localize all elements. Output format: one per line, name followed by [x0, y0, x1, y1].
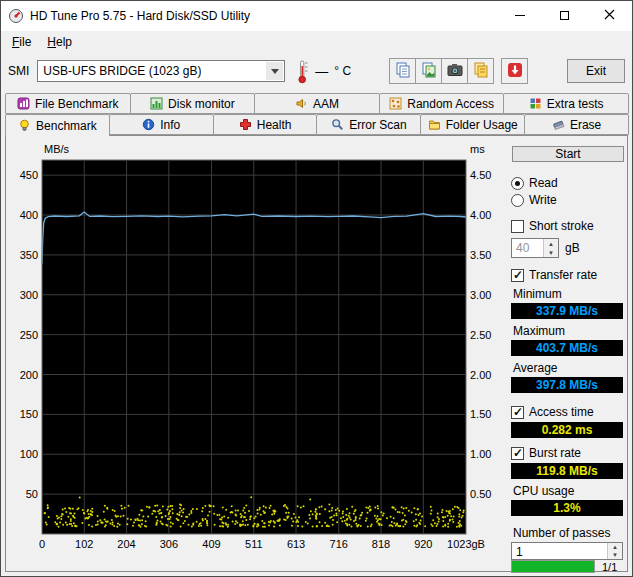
- svg-text:100: 100: [20, 448, 38, 460]
- tab-benchmark[interactable]: Benchmark: [5, 114, 110, 136]
- access-time-checkbox[interactable]: Access time: [511, 405, 628, 419]
- tab-aam[interactable]: AAM: [254, 93, 380, 114]
- tab-disk-monitor[interactable]: Disk monitor: [130, 93, 256, 114]
- health-icon: [239, 118, 252, 131]
- tab-label: Benchmark: [36, 119, 97, 133]
- toolbar: SMI USB-UFS BRIDGE (1023 gB) — ° C Exit: [1, 52, 632, 90]
- cpu-usage-label: CPU usage: [513, 484, 628, 498]
- tab-row-2: BenchmarkInfoHealthError ScanFolder Usag…: [5, 114, 628, 135]
- passes-value: 1: [512, 543, 607, 559]
- svg-text:3.50: 3.50: [470, 249, 491, 261]
- progress-fill: [512, 561, 594, 572]
- red-down-arrow-icon: [506, 61, 524, 82]
- close-button[interactable]: [587, 1, 632, 30]
- short-stroke-size-value: 40: [512, 239, 543, 257]
- tab-folder-usage[interactable]: Folder Usage: [420, 114, 525, 135]
- svg-text:204: 204: [117, 538, 135, 550]
- svg-text:409: 409: [202, 538, 220, 550]
- svg-text:400: 400: [20, 209, 38, 221]
- extra-tests-icon: [529, 97, 542, 110]
- thermometer-icon: [295, 59, 309, 84]
- spin-down-icon[interactable]: [608, 551, 622, 559]
- svg-text:102: 102: [75, 538, 93, 550]
- close-icon: [604, 9, 615, 23]
- transfer-rate-checkbox[interactable]: Transfer rate: [511, 268, 628, 282]
- progress-label: 1/1: [602, 561, 617, 573]
- spin-up-icon[interactable]: [544, 239, 558, 248]
- camera-icon: [446, 61, 464, 82]
- maximize-button[interactable]: [542, 1, 587, 30]
- svg-text:MB/s: MB/s: [44, 143, 70, 155]
- copy-info-button[interactable]: [389, 58, 416, 84]
- chart-canvas: 450400350300250200150100504.504.003.503.…: [8, 140, 504, 560]
- save-screenshot-button[interactable]: [467, 58, 494, 84]
- passes-input[interactable]: 1: [511, 542, 623, 560]
- benchmark-chart: 450400350300250200150100504.504.003.503.…: [8, 140, 504, 560]
- menu-file[interactable]: File: [4, 33, 39, 51]
- tab-label: Random Access: [407, 97, 494, 111]
- radio-unselected-icon: [511, 194, 524, 207]
- copy-screenshot-icon: [420, 61, 438, 82]
- copy-screenshot-button[interactable]: [415, 58, 442, 84]
- drive-selector-combobox[interactable]: USB-UFS BRIDGE (1023 gB): [37, 60, 285, 82]
- maximum-label: Maximum: [513, 324, 628, 338]
- tab-label: Erase: [570, 118, 601, 132]
- minimum-label: Minimum: [513, 287, 628, 301]
- spin-down-icon[interactable]: [544, 248, 558, 257]
- burst-rate-value: 119.8 MB/s: [511, 463, 623, 479]
- maximize-icon: [560, 11, 569, 20]
- short-stroke-unit-label: gB: [565, 241, 580, 255]
- tab-error-scan[interactable]: Error Scan: [316, 114, 421, 135]
- svg-text:1023gB: 1023gB: [447, 538, 485, 550]
- write-radio[interactable]: Write: [511, 193, 628, 207]
- transfer-rate-label: Transfer rate: [529, 268, 597, 282]
- access-time-label: Access time: [529, 405, 594, 419]
- tab-file-benchmark[interactable]: File Benchmark: [5, 93, 131, 114]
- tab-label: AAM: [313, 97, 339, 111]
- passes-label: Number of passes: [513, 526, 628, 540]
- menu-help[interactable]: Help: [39, 33, 80, 51]
- svg-text:300: 300: [20, 289, 38, 301]
- tab-row-1: File BenchmarkDisk monitorAAMRandom Acce…: [5, 93, 628, 114]
- checkbox-unchecked-icon: [511, 220, 524, 233]
- tab-info[interactable]: Info: [109, 114, 214, 135]
- save-screenshot-icon: [472, 61, 490, 82]
- svg-text:2.00: 2.00: [470, 369, 491, 381]
- save-results-button[interactable]: [501, 58, 528, 84]
- spin-up-icon[interactable]: [608, 543, 622, 551]
- svg-text:306: 306: [160, 538, 178, 550]
- progress-row: 1/1: [511, 560, 628, 573]
- svg-text:0: 0: [39, 538, 45, 550]
- minimize-button[interactable]: [497, 1, 542, 30]
- burst-rate-checkbox[interactable]: Burst rate: [511, 446, 628, 460]
- start-button[interactable]: Start: [512, 146, 624, 162]
- svg-text:3.00: 3.00: [470, 289, 491, 301]
- read-label: Read: [529, 176, 558, 190]
- average-value: 397.8 MB/s: [511, 377, 623, 393]
- window-controls: [497, 1, 632, 31]
- minimize-icon: [515, 15, 525, 16]
- svg-text:613: 613: [287, 538, 305, 550]
- svg-text:350: 350: [20, 249, 38, 261]
- short-stroke-checkbox[interactable]: Short stroke: [511, 219, 628, 233]
- tab-health[interactable]: Health: [213, 114, 318, 135]
- tab-extra-tests[interactable]: Extra tests: [503, 93, 629, 114]
- read-radio[interactable]: Read: [511, 176, 628, 190]
- random-access-icon: [389, 97, 402, 110]
- svg-text:2.50: 2.50: [470, 329, 491, 341]
- camera-button[interactable]: [441, 58, 468, 84]
- tab-label: File Benchmark: [35, 97, 118, 111]
- checkbox-checked-icon: [511, 447, 524, 460]
- copy-info-icon: [394, 61, 412, 82]
- svg-text:200: 200: [20, 369, 38, 381]
- tab-label: Folder Usage: [446, 118, 518, 132]
- erase-icon: [552, 118, 565, 131]
- tab-erase[interactable]: Erase: [524, 114, 629, 135]
- cpu-usage-value: 1.3%: [511, 500, 623, 516]
- minimum-value: 337.9 MB/s: [511, 303, 623, 319]
- exit-button[interactable]: Exit: [567, 59, 625, 83]
- tab-label: Info: [160, 118, 180, 132]
- disk-monitor-icon: [150, 97, 163, 110]
- short-stroke-size-input[interactable]: 40: [511, 238, 559, 258]
- tab-random-access[interactable]: Random Access: [379, 93, 505, 114]
